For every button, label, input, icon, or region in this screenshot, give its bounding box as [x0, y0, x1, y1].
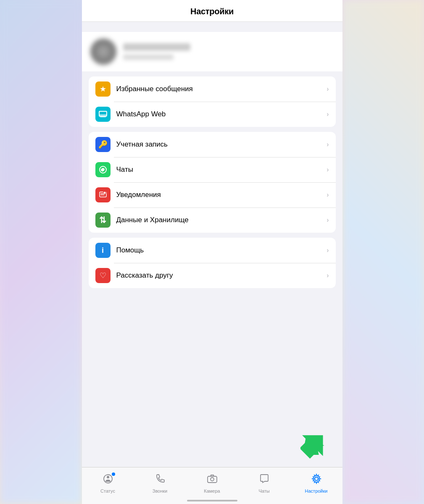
gap-1 — [82, 71, 342, 76]
account-label: Учетная запись — [116, 140, 321, 149]
chats-tab-icon — [259, 473, 270, 487]
chats-icon — [99, 165, 107, 174]
chevron-share: › — [327, 272, 329, 279]
settings-group-1: ★ Избранные сообщения › Wh — [89, 76, 336, 127]
status-tab-icon — [103, 473, 113, 487]
avatar — [90, 39, 116, 65]
profile-phone-blurred — [123, 54, 174, 60]
data-label: Данные и Хранилище — [116, 216, 321, 224]
background-right — [342, 0, 424, 504]
settings-item-whatsapp-web[interactable]: WhatsApp Web › — [89, 102, 336, 127]
data-icon-bg: ⇅ — [95, 213, 111, 228]
gap-bottom — [82, 288, 342, 293]
svg-rect-0 — [99, 111, 107, 116]
help-label: Помощь — [116, 246, 321, 255]
svg-point-15 — [211, 478, 214, 481]
settings-item-account[interactable]: 🔑 Учетная запись › — [89, 132, 336, 157]
web-icon — [99, 110, 107, 118]
status-tab-label: Статус — [100, 488, 115, 494]
chevron-help: › — [327, 247, 329, 254]
gap-2 — [82, 127, 342, 132]
tab-settings[interactable]: Настройки — [304, 473, 329, 494]
settings-tab-icon — [311, 473, 322, 487]
camera-tab-label: Камера — [204, 488, 220, 494]
tab-calls[interactable]: Звонки — [147, 473, 173, 494]
account-icon-bg: 🔑 — [95, 137, 111, 152]
settings-item-chats[interactable]: Чаты › — [89, 157, 336, 182]
svg-rect-1 — [99, 111, 107, 115]
share-icon: ♡ — [100, 271, 106, 280]
help-icon-bg: i — [95, 243, 111, 258]
gap-3 — [82, 233, 342, 238]
profile-name-blurred — [123, 43, 190, 51]
settings-tab-label: Настройки — [305, 488, 328, 494]
chevron-web: › — [327, 110, 329, 118]
page-title: Настройки — [190, 7, 234, 16]
share-label: Рассказать другу — [116, 271, 321, 280]
chevron-chats: › — [327, 166, 329, 173]
chats-label: Чаты — [116, 165, 321, 174]
settings-group-3: i Помощь › ♡ Рассказать другу › — [89, 238, 336, 288]
home-indicator — [187, 500, 237, 501]
tab-camera[interactable]: Камера — [200, 473, 225, 494]
settings-item-help[interactable]: i Помощь › — [89, 238, 336, 263]
svg-point-7 — [103, 192, 105, 194]
svg-point-16 — [315, 477, 318, 480]
chevron-account: › — [327, 141, 329, 148]
help-icon: i — [102, 246, 104, 255]
calls-tab-icon — [155, 473, 166, 487]
notifications-label: Уведомления — [116, 191, 321, 199]
share-icon-bg: ♡ — [95, 268, 111, 283]
whatsapp-web-label: WhatsApp Web — [116, 110, 321, 118]
tab-status[interactable]: Статус — [95, 473, 121, 494]
chats-icon-bg — [95, 162, 111, 177]
web-icon-bg — [95, 107, 111, 122]
main-container: Настройки ★ Избранные сообщения › — [82, 0, 342, 504]
tab-chats[interactable]: Чаты — [252, 473, 277, 494]
settings-item-share[interactable]: ♡ Рассказать другу › — [89, 263, 336, 288]
data-icon: ⇅ — [99, 215, 106, 225]
chats-tab-label: Чаты — [258, 488, 269, 494]
starred-icon-bg: ★ — [95, 81, 111, 97]
status-dot — [112, 472, 115, 476]
camera-tab-icon — [207, 473, 218, 487]
svg-rect-9 — [100, 194, 105, 195]
starred-label: Избранные сообщения — [116, 85, 321, 93]
calls-tab-label: Звонки — [153, 488, 168, 494]
settings-header: Настройки — [82, 0, 342, 22]
background-left — [0, 0, 82, 504]
profile-info — [123, 43, 334, 60]
starred-icon: ★ — [100, 84, 106, 94]
svg-point-13 — [107, 476, 109, 478]
profile-section[interactable] — [82, 32, 342, 71]
chevron-notifications: › — [327, 191, 329, 199]
settings-item-notifications[interactable]: Уведомления › — [89, 182, 336, 207]
settings-group-2: 🔑 Учетная запись › Чаты › — [89, 132, 336, 233]
arrow-indicator — [300, 431, 330, 462]
tab-bar: Статус Звонки Камера — [82, 467, 342, 504]
settings-item-data[interactable]: ⇅ Данные и Хранилище › — [89, 207, 336, 233]
notifications-icon — [99, 191, 107, 199]
account-icon: 🔑 — [98, 140, 108, 149]
chevron-starred: › — [327, 85, 329, 93]
svg-rect-8 — [100, 193, 104, 194]
settings-item-starred[interactable]: ★ Избранные сообщения › — [89, 76, 336, 102]
gap-top — [82, 22, 342, 27]
chevron-data: › — [327, 216, 329, 224]
notifications-icon-bg — [95, 187, 111, 202]
